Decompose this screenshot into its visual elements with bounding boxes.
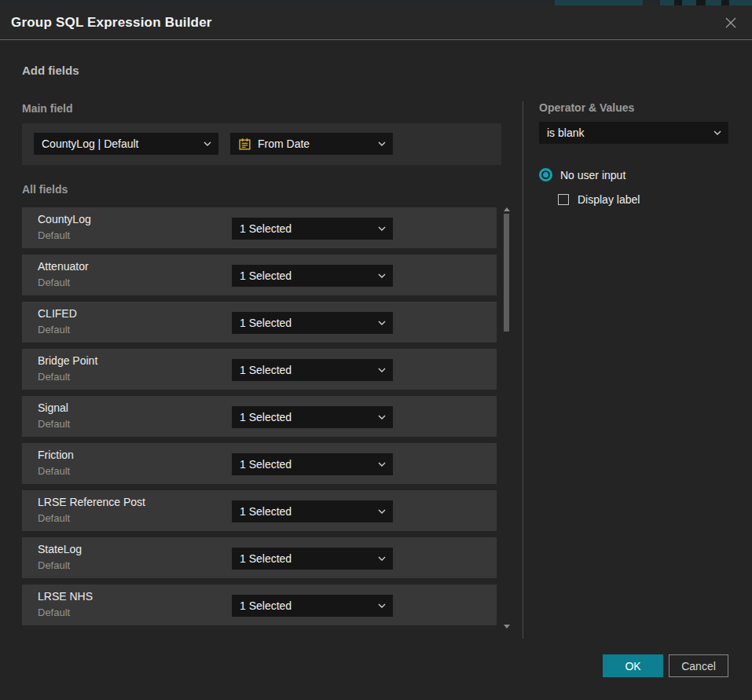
field-selected-value: 1 Selected xyxy=(240,505,292,518)
main-field-layer-select-value: CountyLog | Default xyxy=(42,137,139,150)
chevron-down-icon xyxy=(378,603,386,608)
main-field-field-select[interactable]: From Date xyxy=(230,133,393,155)
chevron-down-icon xyxy=(378,141,386,146)
field-name: CountyLog xyxy=(38,213,91,225)
dialog-content: Add fields Main field CountyLog | Defaul… xyxy=(0,40,752,699)
chevron-down-icon xyxy=(378,226,386,231)
fields-list-scrollbar[interactable] xyxy=(501,206,512,630)
field-selected-dropdown[interactable]: 1 Selected xyxy=(232,265,393,287)
radio-selected-icon xyxy=(539,168,552,181)
scrollbar-thumb[interactable] xyxy=(504,214,509,332)
field-row: CLIFED Default 1 Selected xyxy=(22,302,497,343)
field-row: LRSE NHS Default 1 Selected xyxy=(22,585,497,625)
field-row: CountyLog Default 1 Selected xyxy=(22,207,497,248)
operator-select-value: is blank xyxy=(547,126,584,139)
field-subtitle: Default xyxy=(38,559,70,571)
calendar-icon xyxy=(238,137,251,151)
chevron-down-icon xyxy=(378,273,386,278)
field-name: Signal xyxy=(38,401,68,414)
close-icon xyxy=(724,16,738,30)
operator-values-label: Operator & Values xyxy=(539,101,634,114)
chevron-down-icon xyxy=(713,130,721,135)
field-subtitle: Default xyxy=(38,277,70,288)
group-sql-expression-builder-dialog: Group SQL Expression Builder Add fields … xyxy=(0,5,752,700)
screen: Group SQL Expression Builder Add fields … xyxy=(0,0,752,700)
close-button[interactable] xyxy=(721,13,741,33)
field-row: LRSE Reference Post Default 1 Selected xyxy=(22,490,497,531)
chevron-down-icon xyxy=(378,321,386,325)
field-name: LRSE Reference Post xyxy=(38,496,145,508)
field-selected-dropdown[interactable]: 1 Selected xyxy=(232,218,393,240)
field-name: CLIFED xyxy=(38,307,77,320)
field-subtitle: Default xyxy=(38,512,70,524)
no-user-input-label: No user input xyxy=(560,169,625,181)
field-selected-dropdown[interactable]: 1 Selected xyxy=(232,406,393,428)
display-label-label: Display label xyxy=(578,193,640,206)
vertical-divider xyxy=(523,101,523,639)
field-selected-value: 1 Selected xyxy=(240,222,292,235)
field-selected-dropdown[interactable]: 1 Selected xyxy=(232,453,393,475)
all-fields-label: All fields xyxy=(22,183,68,196)
field-name: Friction xyxy=(38,449,74,461)
display-label-checkbox[interactable]: Display label xyxy=(558,193,640,206)
field-name: StateLog xyxy=(38,543,82,555)
field-row: Signal Default 1 Selected xyxy=(22,396,497,437)
field-selected-value: 1 Selected xyxy=(240,552,292,565)
chevron-down-icon xyxy=(378,462,386,467)
field-selected-dropdown[interactable]: 1 Selected xyxy=(232,312,393,334)
field-subtitle: Default xyxy=(38,324,70,335)
all-fields-list: CountyLog Default 1 Selected Attenuator … xyxy=(22,207,497,632)
background-app-strip xyxy=(0,0,752,5)
background-app-fragment xyxy=(555,0,643,5)
ok-button[interactable]: OK xyxy=(603,654,663,677)
no-user-input-radio[interactable]: No user input xyxy=(539,168,625,181)
main-field-layer-select[interactable]: CountyLog | Default xyxy=(34,133,218,155)
field-subtitle: Default xyxy=(38,371,70,383)
field-selected-value: 1 Selected xyxy=(240,599,292,612)
field-row: Attenuator Default 1 Selected xyxy=(22,255,497,295)
field-subtitle: Default xyxy=(38,607,70,618)
field-selected-value: 1 Selected xyxy=(240,458,292,471)
field-selected-value: 1 Selected xyxy=(240,317,292,329)
field-selected-value: 1 Selected xyxy=(240,364,292,376)
field-selected-dropdown[interactable]: 1 Selected xyxy=(232,359,393,381)
chevron-down-icon xyxy=(378,509,386,514)
main-field-panel: CountyLog | Default From Date xyxy=(22,123,501,165)
add-fields-heading: Add fields xyxy=(22,64,79,77)
field-subtitle: Default xyxy=(38,229,70,241)
field-name: Bridge Point xyxy=(38,354,97,367)
field-selected-value: 1 Selected xyxy=(240,269,292,282)
field-name: Attenuator xyxy=(38,260,89,273)
main-field-field-select-value: From Date xyxy=(258,137,310,150)
field-row: StateLog Default 1 Selected xyxy=(22,537,497,578)
checkbox-unchecked-icon xyxy=(558,194,569,205)
operator-select[interactable]: is blank xyxy=(539,122,728,144)
dialog-title: Group SQL Expression Builder xyxy=(11,15,212,31)
field-selected-dropdown[interactable]: 1 Selected xyxy=(232,595,393,617)
field-selected-dropdown[interactable]: 1 Selected xyxy=(232,548,393,570)
chevron-down-icon xyxy=(378,368,386,372)
scrollbar-up-arrow-icon[interactable] xyxy=(504,207,510,211)
dialog-header: Group SQL Expression Builder xyxy=(0,5,752,40)
background-app-fragment xyxy=(660,0,752,5)
field-row: Friction Default 1 Selected xyxy=(22,443,497,484)
field-subtitle: Default xyxy=(38,465,70,477)
chevron-down-icon xyxy=(204,141,211,146)
field-subtitle: Default xyxy=(38,418,70,430)
field-selected-dropdown[interactable]: 1 Selected xyxy=(232,500,393,522)
field-name: LRSE NHS xyxy=(38,590,93,603)
chevron-down-icon xyxy=(378,415,386,420)
scrollbar-down-arrow-icon[interactable] xyxy=(504,625,510,629)
field-selected-value: 1 Selected xyxy=(240,411,292,423)
main-field-label: Main field xyxy=(22,102,73,115)
chevron-down-icon xyxy=(378,556,386,561)
cancel-button[interactable]: Cancel xyxy=(669,654,728,677)
field-row: Bridge Point Default 1 Selected xyxy=(22,349,497,390)
